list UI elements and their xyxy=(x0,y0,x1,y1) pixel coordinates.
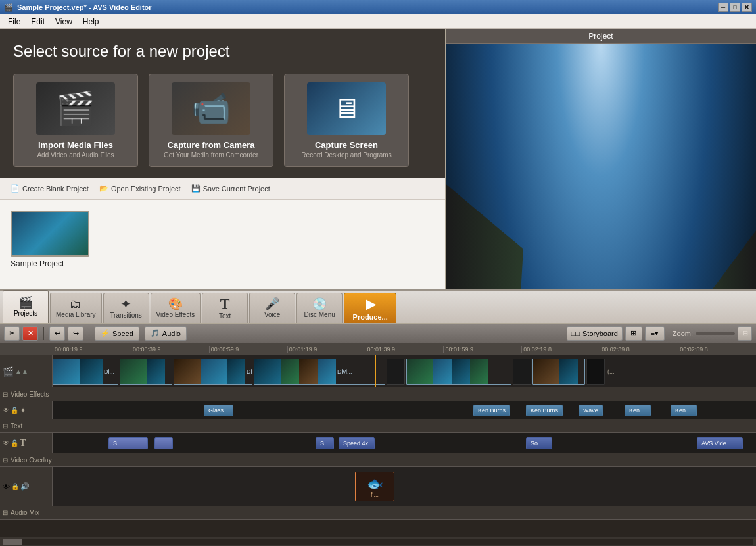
tab-media-library[interactable]: 🗂 Media Library xyxy=(50,293,102,323)
video-clip-2[interactable] xyxy=(120,359,172,385)
tab-voice[interactable]: 🎤 Voice xyxy=(249,293,295,323)
effect-chip-kenburns2[interactable]: Ken Burns xyxy=(526,405,563,416)
produce-button[interactable]: ▶ Produce... xyxy=(344,293,396,323)
audio-mix-expand-icon[interactable]: ⊟ xyxy=(3,509,8,516)
create-blank-project-button[interactable]: 📄 Create Blank Project xyxy=(11,184,89,193)
menu-help[interactable]: Help xyxy=(78,16,105,28)
zoom-fit-button[interactable]: ⊟ xyxy=(738,326,752,341)
video-clip-4[interactable]: Divi... xyxy=(254,359,385,385)
video-effects-section-header[interactable]: ⊟ Video Effects xyxy=(0,388,756,401)
import-media-option[interactable]: 🎬 Import Media Files Add Video and Audio… xyxy=(13,74,138,167)
effect-chip-ken3[interactable]: Ken ... xyxy=(625,405,651,416)
clip-thumb-4 xyxy=(254,359,281,384)
video-clip-6[interactable] xyxy=(406,359,511,385)
video-clip-8[interactable] xyxy=(532,359,585,385)
audio-mode-label: Audio xyxy=(162,330,181,337)
create-blank-label: Create Blank Project xyxy=(22,185,89,193)
lock-icon-text[interactable]: 🔒 xyxy=(11,439,18,447)
clip-thumb-6d xyxy=(470,359,488,384)
eye-icon-text[interactable]: 👁 xyxy=(3,439,9,447)
save-current-project-button[interactable]: 💾 Save Current Project xyxy=(191,184,270,193)
storyboard-icon: □□ xyxy=(571,330,580,337)
tab-video-effects[interactable]: 🎨 Video Effects xyxy=(151,293,201,323)
text-chip-1[interactable]: S... xyxy=(108,437,148,449)
minimize-button[interactable]: ─ xyxy=(718,3,728,12)
tab-transitions[interactable]: ✦ Transitions xyxy=(103,293,149,323)
view-toggle-button[interactable]: ⊞ xyxy=(625,326,642,341)
project-actions: 📄 Create Blank Project 📂 Open Existing P… xyxy=(0,178,445,200)
video-effects-track-content[interactable]: Glass... Ken Burns Ken Burns Wave Ken ..… xyxy=(53,401,756,419)
speed-mode-icon: ⚡ xyxy=(101,329,110,337)
video-clip-1[interactable]: Di... xyxy=(53,359,118,385)
text-track-content[interactable]: S... S... Speed 4x So... AVS Vide... xyxy=(53,433,756,453)
capture-screen-option[interactable]: 🖥 Capture Screen Record Desktop and Prog… xyxy=(284,74,409,167)
effect-chip-glass[interactable]: Glass... xyxy=(204,405,233,416)
h-scroll-thumb[interactable] xyxy=(3,539,22,545)
tab-text[interactable]: T Text xyxy=(202,293,248,323)
text-section-header[interactable]: ⊟ Text xyxy=(0,420,756,433)
h-scroll-track[interactable] xyxy=(3,539,753,545)
video-overlay-expand-icon[interactable]: ⊟ xyxy=(3,457,8,464)
menu-edit[interactable]: Edit xyxy=(26,16,50,28)
close-button[interactable]: ✕ xyxy=(742,3,752,12)
video-clip-5[interactable] xyxy=(387,359,405,385)
audio-mode-button[interactable]: 🎵 Audio xyxy=(145,326,187,341)
ruler-mark-8: 00:02:59.8 xyxy=(678,346,756,353)
video-overlay-clip[interactable]: 🐟 fi... xyxy=(355,472,394,501)
video-effects-tab-label: Video Effects xyxy=(156,311,195,318)
text-chip-2[interactable] xyxy=(154,437,173,449)
zoom-slider[interactable] xyxy=(696,332,735,335)
video-clip-7[interactable] xyxy=(513,359,531,385)
capture-camera-option[interactable]: 📹 Capture from Camera Get Your Media fro… xyxy=(149,74,273,167)
effect-chip-wave[interactable]: Wave xyxy=(579,405,603,416)
video-overlay-track-content[interactable]: 🐟 fi... xyxy=(53,467,756,506)
storyboard-button[interactable]: □□ Storyboard xyxy=(567,326,623,341)
video-track-label: 🎬 ▲ ▲ xyxy=(0,355,53,387)
text-expand-icon[interactable]: ⊟ xyxy=(3,422,8,430)
video-track-content[interactable]: Di... Di... xyxy=(53,355,756,387)
video-effects-tab-icon: 🎨 xyxy=(168,298,183,310)
video-effects-expand-icon[interactable]: ⊟ xyxy=(3,391,8,398)
eye-icon-overlay[interactable]: 👁 xyxy=(3,483,10,491)
lock-icon-overlay[interactable]: 🔒 xyxy=(11,483,19,490)
video-clip-3[interactable]: Di... xyxy=(174,359,252,385)
project-thumb-label: Sample Project xyxy=(11,259,89,268)
eye-icon-vfx[interactable]: 👁 xyxy=(3,407,9,414)
maximize-button[interactable]: □ xyxy=(730,3,740,12)
text-chip-so[interactable]: So... xyxy=(526,437,552,449)
import-media-sublabel: Add Video and Audio Files xyxy=(37,151,114,159)
clip-thumb-4c xyxy=(299,359,318,384)
clip-label-4: Divi... xyxy=(336,368,354,375)
layout-toggle-button[interactable]: ≡▾ xyxy=(645,326,665,341)
text-chip-s[interactable]: S... xyxy=(316,437,334,449)
ruler-mark-5: 00:01:59.9 xyxy=(443,346,521,353)
menu-file[interactable]: File xyxy=(3,16,26,28)
timeline-horizontal-scrollbar[interactable] xyxy=(0,537,756,546)
tab-projects[interactable]: 🎬 Projects xyxy=(3,290,49,323)
timeline-delete-button[interactable]: ✕ xyxy=(22,326,38,341)
titlebar-controls[interactable]: ─ □ ✕ xyxy=(718,3,752,12)
clip-label-end: (... xyxy=(606,367,616,376)
video-clip-9[interactable] xyxy=(586,359,605,385)
clip-thumb-3 xyxy=(174,359,201,384)
timeline-tracks: 🎬 ▲ ▲ Di... xyxy=(0,355,756,537)
lock-icon-vfx[interactable]: 🔒 xyxy=(11,407,18,414)
menu-view[interactable]: View xyxy=(50,16,78,28)
app-icon: 🎬 xyxy=(4,3,13,12)
redo-button[interactable]: ↪ xyxy=(68,326,83,341)
storyboard-label: Storyboard xyxy=(582,330,618,337)
undo-button[interactable]: ↩ xyxy=(49,326,65,341)
video-overlay-section-header[interactable]: ⊟ Video Overlay xyxy=(0,454,756,467)
tab-disc-menu[interactable]: 💿 Disc Menu xyxy=(296,293,343,323)
open-existing-project-button[interactable]: 📂 Open Existing Project xyxy=(99,184,181,193)
audio-mix-section-header[interactable]: ⊟ Audio Mix xyxy=(0,507,756,520)
disc-menu-tab-icon: 💿 xyxy=(312,298,327,310)
text-chip-speed4x[interactable]: Speed 4x xyxy=(339,437,375,449)
project-thumb-sample[interactable]: Sample Project xyxy=(11,211,89,268)
effect-chip-kenburns1[interactable]: Ken Burns xyxy=(473,405,510,416)
disc-menu-tab-label: Disc Menu xyxy=(304,311,335,318)
text-chip-avsvide[interactable]: AVS Vide... xyxy=(697,437,743,449)
timeline-cut-button[interactable]: ✂ xyxy=(4,326,20,341)
effect-chip-ken4[interactable]: Ken ... xyxy=(671,405,697,416)
speed-mode-button[interactable]: ⚡ Speed xyxy=(95,326,139,341)
